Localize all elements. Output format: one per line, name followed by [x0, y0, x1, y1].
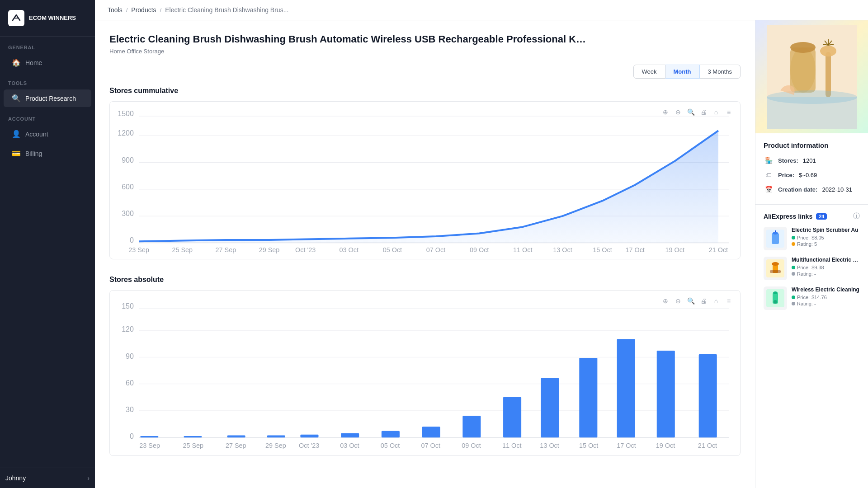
breadcrumb-nav: Tools / Products / Electric Cleaning Bru… — [95, 0, 868, 20]
time-btn-month[interactable]: Month — [665, 65, 700, 79]
svg-rect-42 — [267, 435, 285, 437]
svg-text:19 Oct: 19 Oct — [656, 442, 675, 449]
product-subtitle: Home Office Storage — [109, 48, 741, 55]
svg-point-74 — [820, 46, 836, 56]
svg-rect-46 — [422, 427, 440, 437]
svg-rect-52 — [657, 351, 675, 437]
svg-rect-40 — [184, 436, 202, 437]
svg-text:27 Sep: 27 Sep — [226, 442, 246, 449]
time-btn-3months[interactable]: 3 Months — [700, 65, 741, 79]
svg-rect-73 — [826, 52, 831, 97]
zoom-out-icon-2[interactable]: ⊖ — [673, 296, 683, 306]
aliexpress-header: AliExpress links 24 ⓘ — [764, 212, 860, 221]
ali-item-img-2 — [764, 257, 787, 280]
svg-rect-48 — [503, 397, 521, 438]
svg-text:1500: 1500 — [118, 109, 134, 117]
sidebar-item-account[interactable]: 👤 Account — [4, 125, 91, 143]
svg-rect-39 — [140, 436, 158, 437]
svg-text:07 Oct: 07 Oct — [426, 246, 445, 253]
sidebar-footer[interactable]: Johnny › — [0, 468, 95, 488]
price-icon: 🏷 — [764, 170, 774, 180]
svg-point-72 — [790, 42, 816, 53]
svg-text:21 Oct: 21 Oct — [698, 442, 717, 449]
footer-arrow-icon: › — [87, 474, 90, 482]
rating-dot-3 — [792, 302, 795, 305]
ali-item-price-3: Price: $14.76 — [792, 295, 860, 300]
cumulative-chart-container: ⊕ ⊖ 🔍 🖨 ⌂ ≡ 0 300 600 900 1200 — [109, 101, 741, 259]
creation-date-value: 2022-10-31 — [822, 186, 852, 193]
sidebar: ECOM WINNERS General 🏠 Home Tools 🔍 Prod… — [0, 0, 95, 488]
breadcrumb-products[interactable]: Products — [131, 6, 156, 14]
menu-icon-2[interactable]: ≡ — [724, 296, 734, 306]
svg-rect-47 — [462, 416, 481, 437]
ali-item-img-1 — [764, 227, 787, 250]
rating-dot-1 — [792, 242, 795, 246]
svg-point-84 — [773, 232, 778, 235]
home-reset-icon-2[interactable]: ⌂ — [711, 296, 721, 306]
product-image-placeholder — [755, 20, 868, 133]
time-filter-group: Week Month 3 Months — [109, 65, 741, 79]
creation-date-label: Creation date: — [778, 186, 817, 193]
svg-text:03 Oct: 03 Oct — [340, 442, 359, 449]
svg-text:30: 30 — [126, 405, 134, 413]
absolute-chart-title: Stores absolute — [109, 276, 741, 284]
stores-label: Stores: — [778, 157, 798, 164]
svg-rect-71 — [790, 47, 816, 93]
breadcrumb-current: Electric Cleaning Brush Dishwashing Brus… — [165, 6, 288, 14]
user-name: Johnny — [5, 474, 26, 482]
svg-point-93 — [774, 300, 777, 304]
time-btn-week[interactable]: Week — [633, 65, 665, 79]
svg-text:15 Oct: 15 Oct — [579, 442, 598, 449]
sidebar-item-home[interactable]: 🏠 Home — [4, 54, 91, 71]
print-icon-2[interactable]: 🖨 — [698, 296, 708, 306]
breadcrumb-tools[interactable]: Tools — [108, 6, 123, 14]
ali-item-price-1: Price: $8.05 — [792, 235, 860, 240]
svg-text:13 Oct: 13 Oct — [553, 246, 572, 253]
zoom-in-icon[interactable]: ⊕ — [660, 107, 670, 117]
sidebar-item-product-research[interactable]: 🔍 Product Research — [4, 89, 91, 107]
sidebar-item-label-product-research: Product Research — [25, 95, 76, 102]
search-icon: 🔍 — [12, 94, 21, 103]
svg-text:11 Oct: 11 Oct — [513, 246, 532, 253]
ali-item-price-2: Price: $9.38 — [792, 265, 860, 270]
svg-text:21 Oct: 21 Oct — [709, 246, 728, 253]
svg-text:25 Sep: 25 Sep — [172, 246, 193, 253]
billing-icon: 💳 — [12, 149, 21, 158]
cumulative-chart-title: Stores cummulative — [109, 87, 741, 95]
svg-text:17 Oct: 17 Oct — [617, 442, 636, 449]
magnify-icon-2[interactable]: 🔍 — [686, 296, 696, 306]
ali-item-1[interactable]: Electric Spin Scrubber Au Price: $8.05 R… — [764, 227, 860, 250]
aliexpress-count: 24 — [816, 213, 827, 220]
svg-text:17 Oct: 17 Oct — [625, 246, 644, 253]
logo: ECOM WINNERS — [0, 0, 95, 37]
print-icon[interactable]: 🖨 — [698, 107, 708, 117]
aliexpress-section: AliExpress links 24 ⓘ — [755, 205, 868, 324]
ali-item-3[interactable]: Wireless Electric Cleaning Price: $14.76… — [764, 286, 860, 310]
svg-rect-50 — [579, 358, 597, 437]
ali-item-rating-2: Rating: - — [792, 271, 860, 277]
zoom-out-icon[interactable]: ⊖ — [673, 107, 683, 117]
svg-text:25 Sep: 25 Sep — [183, 442, 203, 449]
svg-text:600: 600 — [122, 182, 134, 190]
svg-text:05 Oct: 05 Oct — [383, 246, 402, 253]
price-value: $~0.69 — [799, 172, 817, 178]
menu-icon[interactable]: ≡ — [724, 107, 734, 117]
zoom-in-icon-2[interactable]: ⊕ — [660, 296, 670, 306]
sidebar-item-billing[interactable]: 💳 Billing — [4, 145, 91, 162]
aliexpress-info-icon[interactable]: ⓘ — [853, 212, 860, 221]
logo-icon — [8, 10, 24, 26]
svg-rect-83 — [772, 233, 779, 244]
magnify-icon[interactable]: 🔍 — [686, 107, 696, 117]
svg-text:150: 150 — [122, 302, 134, 310]
price-dot-2 — [792, 266, 795, 269]
svg-rect-49 — [541, 378, 559, 437]
svg-point-88 — [772, 262, 779, 266]
home-reset-icon[interactable]: ⌂ — [711, 107, 721, 117]
svg-text:19 Oct: 19 Oct — [665, 246, 684, 253]
sidebar-item-label-account: Account — [25, 131, 48, 138]
absolute-chart-section: Stores absolute ⊕ ⊖ 🔍 🖨 ⌂ ≡ 0 30 60 — [109, 276, 741, 455]
ali-item-2[interactable]: Multifunctional Electric Sp Price: $9.38… — [764, 257, 860, 280]
absolute-chart-svg: 0 30 60 90 120 150 — [113, 298, 736, 450]
svg-text:300: 300 — [122, 209, 134, 217]
svg-text:Oct '23: Oct '23 — [299, 442, 319, 449]
